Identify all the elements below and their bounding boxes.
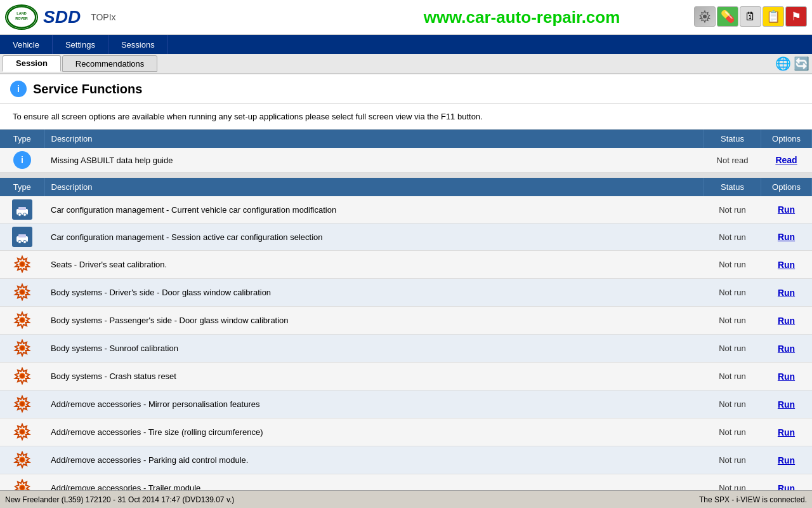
svc-options-cell: Run	[761, 196, 812, 224]
svc-type-cell	[0, 418, 44, 446]
rec-type-cell: i	[0, 148, 44, 173]
menu-sessions[interactable]: Sessions	[108, 35, 168, 54]
nav-bar: Session Recommendations 🌐 🔄	[0, 54, 812, 74]
gear-type-icon	[12, 450, 32, 470]
svc-desc-cell: Add/remove accessories - Tire size (roll…	[44, 418, 704, 446]
status-bar: New Freelander (L359) 172120 - 31 Oct 20…	[0, 490, 812, 508]
svc-type-cell	[0, 224, 44, 251]
svg-text:ROVER: ROVER	[15, 17, 28, 20]
sdd-logo: SDD	[43, 7, 81, 27]
run-link[interactable]: Run	[778, 427, 795, 438]
table-row: Body systems - Crash status resetNot run…	[0, 363, 812, 391]
table-row: Body systems - Sunroof calibrationNot ru…	[0, 335, 812, 363]
land-rover-logo: LAND ROVER	[5, 4, 38, 30]
run-link[interactable]: Run	[778, 371, 795, 382]
gear-type-icon	[12, 478, 32, 490]
tab-session[interactable]: Session	[3, 55, 61, 72]
svc-status-cell: Not run	[704, 418, 761, 446]
page-header: i Service Functions	[0, 74, 812, 104]
run-link[interactable]: Run	[778, 399, 795, 410]
table-row: Add/remove accessories - Tire size (roll…	[0, 418, 812, 446]
svc-options-cell: Run	[761, 418, 812, 446]
recommendations-table: Type Description Status Options i Missin…	[0, 130, 812, 173]
table-row: Car configuration management - Current v…	[0, 196, 812, 224]
svc-status-cell: Not run	[704, 391, 761, 418]
notes-icon[interactable]: 📋	[763, 6, 784, 27]
svc-type-cell	[0, 391, 44, 418]
svc-type-cell	[0, 446, 44, 474]
svc-status-cell: Not run	[704, 335, 761, 363]
svc-options-cell: Run	[761, 363, 812, 391]
svc-options-cell: Run	[761, 224, 812, 251]
top-icon-area: 💊 🗓 📋 ⚑	[694, 6, 807, 28]
run-link[interactable]: Run	[778, 316, 795, 326]
svc-desc-cell: Body systems - Passenger's side - Door g…	[44, 307, 704, 335]
svc-desc-cell: Add/remove accessories - Parking aid con…	[44, 446, 704, 474]
svg-point-10	[18, 241, 22, 244]
topix-label: TOPIx	[91, 12, 115, 22]
svc-status-cell: Not run	[704, 196, 761, 224]
menu-bar: Vehicle Settings Sessions	[0, 35, 812, 54]
info-message: To ensure all screen options are availab…	[0, 104, 812, 130]
gear-type-icon	[12, 422, 32, 442]
svc-type-cell	[0, 307, 44, 335]
table-row: Add/remove accessories - Mirror personal…	[0, 391, 812, 418]
run-link[interactable]: Run	[778, 344, 795, 354]
svc-header-description: Description	[44, 178, 704, 196]
run-link[interactable]: Run	[778, 288, 795, 298]
run-link[interactable]: Run	[778, 455, 795, 465]
rec-header-description: Description	[44, 130, 704, 148]
run-link[interactable]: Run	[778, 204, 795, 215]
svc-type-cell	[0, 251, 44, 279]
scroll-container[interactable]: Type Description Status Options i Missin…	[0, 130, 812, 490]
website-banner: www.car-auto-repair.com	[350, 8, 694, 27]
svc-header-options: Options	[761, 178, 812, 196]
config-type-icon	[12, 227, 32, 247]
table-row: Add/remove accessories - Parking aid con…	[0, 446, 812, 474]
table-row: Seats - Driver's seat calibration.Not ru…	[0, 251, 812, 279]
rec-desc-cell: Missing ASBUILT data help guide	[44, 148, 704, 173]
gear-settings-icon[interactable]	[694, 6, 716, 27]
svc-options-cell: Run	[761, 391, 812, 418]
gear-type-icon	[12, 254, 32, 274]
calendar-icon[interactable]: 🗓	[740, 6, 761, 27]
svc-desc-cell: Car configuration management - Session a…	[44, 224, 704, 251]
rec-header-options: Options	[761, 130, 812, 148]
svc-desc-cell: Body systems - Driver's side - Door glas…	[44, 279, 704, 307]
svg-text:LAND: LAND	[16, 11, 26, 15]
svc-desc-cell: Add/remove accessories - Trailer module	[44, 474, 704, 491]
status-right: The SPX - i-VIEW is connected.	[699, 495, 807, 504]
read-link[interactable]: Read	[775, 155, 797, 165]
page-info-icon: i	[10, 81, 27, 97]
svg-point-3	[703, 15, 707, 18]
svc-options-cell: Run	[761, 279, 812, 307]
svc-options-cell: Run	[761, 446, 812, 474]
rec-options-cell: Read	[761, 148, 812, 173]
svc-type-cell	[0, 196, 44, 224]
gear-type-icon	[12, 338, 32, 358]
svc-options-cell: Run	[761, 335, 812, 363]
status-left: New Freelander (L359) 172120 - 31 Oct 20…	[5, 495, 234, 504]
logo-area: LAND ROVER SDD TOPIx	[5, 4, 350, 30]
green-icon[interactable]: 💊	[717, 6, 738, 27]
gear-type-icon	[12, 366, 32, 386]
red-icon[interactable]: ⚑	[785, 6, 807, 27]
nav-icon-left[interactable]: 🌐	[775, 56, 791, 71]
svc-desc-cell: Body systems - Sunroof calibration	[44, 335, 704, 363]
run-link[interactable]: Run	[778, 483, 795, 491]
svc-type-cell	[0, 474, 44, 491]
run-link[interactable]: Run	[778, 260, 795, 270]
svc-type-cell	[0, 279, 44, 307]
svc-header-type: Type	[0, 178, 44, 196]
tab-recommendations[interactable]: Recommendations	[62, 55, 157, 72]
svc-desc-cell: Body systems - Crash status reset	[44, 363, 704, 391]
run-link[interactable]: Run	[778, 232, 795, 242]
table-row: i Missing ASBUILT data help guide Not re…	[0, 148, 812, 173]
menu-settings[interactable]: Settings	[53, 35, 108, 54]
menu-vehicle[interactable]: Vehicle	[0, 35, 53, 54]
svg-point-7	[23, 213, 27, 217]
nav-icon-right[interactable]: 🔄	[794, 56, 809, 71]
rec-header-type: Type	[0, 130, 44, 148]
top-bar: LAND ROVER SDD TOPIx www.car-auto-repair…	[0, 0, 812, 35]
nav-right-icons: 🌐 🔄	[775, 56, 809, 71]
